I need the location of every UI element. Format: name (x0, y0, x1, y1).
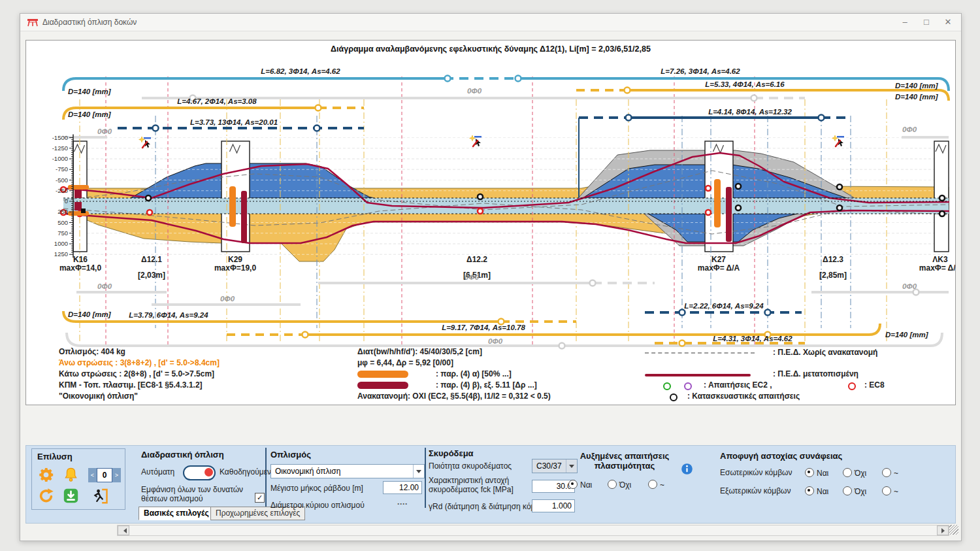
purple-circle-sample (684, 382, 692, 390)
svg-text:L=3.79, 6Φ14, As=9.24: L=3.79, 6Φ14, As=9.24 (129, 311, 208, 319)
interactive-heading: Διαδραστική όπλιση (141, 450, 224, 459)
ductility-radio-tilde[interactable]: ~ (648, 480, 664, 490)
fck-label-1: Χαρακτηριστική αντοχή (429, 476, 509, 485)
chevron-down-icon (413, 465, 424, 478)
iteration-stepper[interactable]: < 0 > (88, 468, 121, 482)
svg-text:L=3.73, 13Φ14, As=20.01: L=3.73, 13Φ14, As=20.01 (190, 118, 278, 126)
svg-text:L=2.22, 6Φ14, As=9.24: L=2.22, 6Φ14, As=9.24 (684, 302, 764, 310)
ductility-heading-2: πλαστιμότητας (563, 461, 686, 471)
svg-text:maxΦ= Δ/Α: maxΦ= Δ/Α (698, 263, 740, 273)
reinforcement-type-select[interactable]: Οικονομική όπλιση (270, 464, 425, 478)
solve-group: Επίλυση < 0 > (31, 448, 125, 510)
beam-reinforcement-diagram[interactable]: -1500-1250-1000-750-500-2500250500750100… (26, 54, 955, 356)
legend-ec8: : EC8 (864, 380, 885, 390)
svg-text:maxΦ=14,0: maxΦ=14,0 (59, 263, 102, 273)
horizontal-scrollbar[interactable] (117, 525, 949, 536)
concrete-heading: Σκυρόδεμα (429, 448, 474, 458)
legend-bottom-layers: Κάτω στρώσεις : 2(8+8) , [d' = 5.0->7.5c… (59, 369, 220, 380)
legend-total-weight: Οπλισμός: 404 kg (59, 346, 220, 358)
main-diameters-button[interactable]: ···· (397, 499, 408, 509)
svg-text:-500: -500 (56, 176, 68, 184)
exit-button[interactable] (92, 487, 110, 505)
svg-text:-750: -750 (56, 165, 68, 173)
bond-heading: Αποφυγή αστοχίας συνάφειας (720, 451, 842, 461)
bond-external-radio-yes[interactable]: Ναι (805, 486, 828, 496)
svg-text:0Φ0: 0Φ0 (220, 295, 235, 303)
show-all-positions-checkbox[interactable]: ✓ (255, 493, 265, 503)
legend-ec2-requirements: : Απαιτήσεις EC2 , (704, 380, 772, 390)
bell-icon[interactable] (62, 466, 80, 484)
stepper-decrement-button[interactable]: < (88, 468, 97, 482)
toggle-left-label: Αυτόματη (141, 467, 174, 476)
legend-constructive-requirements: : Κατασκευαστικές απαιτήσεις (687, 392, 800, 401)
svg-text:0Φ0: 0Φ0 (465, 273, 480, 281)
legend-economic: "Οικονομική όπλιση" (59, 391, 220, 402)
toggle-knob (204, 468, 213, 476)
svg-text:D=140 [mm]: D=140 [mm] (885, 331, 929, 339)
maximize-button[interactable]: □ (916, 16, 937, 29)
svg-text:750: 750 (57, 229, 68, 237)
bond-internal-radio-yes[interactable]: Ναι (805, 468, 828, 478)
svg-text:Δ12.2: Δ12.2 (466, 255, 487, 264)
mode-toggle[interactable] (183, 465, 216, 480)
concrete-quality-value: C30/37 (536, 461, 562, 471)
toggle-right-label: Καθοδηγούμενη (220, 467, 276, 476)
svg-text:[2,03m]: [2,03m] (138, 271, 165, 280)
close-button[interactable]: ✕ (938, 16, 958, 29)
tab-basic-options[interactable]: Βασικές επιλογές (139, 507, 214, 520)
svg-text:D=140 [mm]: D=140 [mm] (895, 93, 939, 101)
svg-text:0Φ0: 0Φ0 (902, 282, 917, 290)
ductility-radio-yes[interactable]: Ναι (568, 480, 592, 490)
stepper-increment-button[interactable]: > (112, 468, 121, 482)
show-all-positions-label-1: Εμφάνιση όλων των δυνατών (141, 485, 243, 494)
resize-grip[interactable] (949, 525, 958, 535)
max-bar-length-input[interactable]: 12.00 (383, 481, 422, 494)
svg-text:L=4.14, 8Φ14, As=12.32: L=4.14, 8Φ14, As=12.32 (708, 108, 792, 116)
bond-internal-label: Εσωτερικών κόμβων (720, 468, 792, 477)
info-icon[interactable] (681, 463, 693, 478)
legend-par4b: : παρ. (4) β), εξ. 5.11 [Δρ ...] (436, 380, 537, 390)
bond-internal-radio-tilde[interactable]: ~ (882, 468, 898, 478)
app-icon (27, 18, 39, 29)
diagram-panel: Διάγραμμα αναλαμβανόμενης εφελκυστικής δ… (25, 40, 956, 405)
svg-text:L=6.82, 3Φ14, As=4.62: L=6.82, 3Φ14, As=4.62 (261, 67, 340, 75)
reinforcement-heading: Οπλισμός (270, 450, 311, 459)
refresh-button[interactable] (37, 487, 55, 505)
grd-input[interactable]: 1.000 (532, 499, 575, 512)
svg-text:maxΦ=19,0: maxΦ=19,0 (214, 263, 257, 273)
svg-text:[2,85m]: [2,85m] (819, 271, 847, 280)
settings-button[interactable] (37, 466, 55, 484)
svg-text:Δ12.3: Δ12.3 (823, 255, 843, 264)
download-button[interactable] (62, 487, 80, 505)
minimize-button[interactable]: – (894, 16, 915, 29)
max-bar-length-label: Μέγιστο μήκος ράβδου [m] (270, 484, 363, 493)
dashed-line-sample (645, 352, 755, 354)
legend-ped-shifted: : Π.Ε.Δ. μετατοπισμένη (773, 369, 858, 378)
svg-text:0Φ0: 0Φ0 (97, 282, 112, 290)
diagram-title: Διάγραμμα αναλαμβανόμενης εφελκυστικής δ… (26, 44, 955, 54)
svg-text:L=7.26, 3Φ14, As=4.62: L=7.26, 3Φ14, As=4.62 (661, 67, 740, 75)
svg-text:D=140 [mm]: D=140 [mm] (68, 110, 112, 118)
svg-text:1250: 1250 (54, 250, 68, 258)
svg-text:K27: K27 (711, 255, 726, 264)
ductility-heading-1: Αυξημένες απαιτήσεις (563, 451, 686, 461)
bond-external-radio-tilde[interactable]: ~ (882, 486, 898, 496)
main-diameters-label: Διάμετροι κύριου οπλισμού (270, 501, 365, 510)
svg-text:0Φ0: 0Φ0 (467, 87, 482, 95)
black-circle-sample (670, 393, 678, 401)
svg-text:250: 250 (57, 208, 68, 215)
svg-text:Δ12.1: Δ12.1 (141, 255, 162, 264)
svg-text:ΛΚ3: ΛΚ3 (932, 255, 948, 264)
scroll-left-button[interactable] (118, 526, 129, 535)
bond-external-radio-no[interactable]: Όχι (843, 486, 866, 496)
fck-label-2: σκυροδέματος fck [MPa] (429, 485, 514, 494)
scroll-right-button[interactable] (937, 526, 949, 535)
ductility-radio-no[interactable]: Όχι (608, 480, 631, 490)
svg-text:D=140 [mm]: D=140 [mm] (68, 310, 112, 318)
legend-col-reinforcement: Οπλισμός: 404 kg Άνω στρώσεις : 3(8+8+2)… (59, 346, 220, 402)
app-window: Διαδραστική όπλιση δοκών – □ ✕ Διάγραμμα… (20, 13, 962, 541)
solve-heading: Επίλυση (37, 452, 73, 461)
legend-ductility-values: μφ = 6,44, Δρ = 5,92 [0/00] (357, 358, 551, 369)
bond-internal-radio-no[interactable]: Όχι (843, 468, 866, 478)
svg-text:0Φ0: 0Φ0 (488, 337, 503, 345)
